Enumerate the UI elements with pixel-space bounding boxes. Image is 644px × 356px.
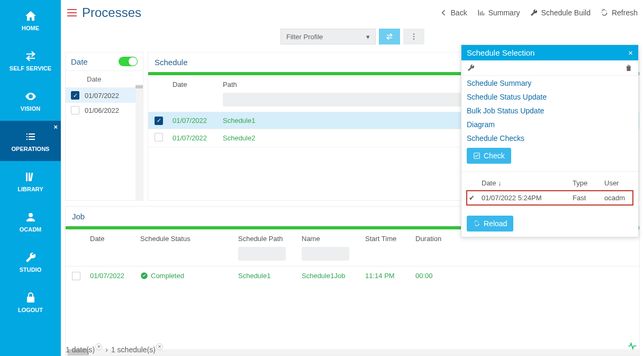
column-header: Date xyxy=(66,70,143,88)
schedule-build-button[interactable]: Schedule Build xyxy=(530,8,591,17)
date-cell[interactable]: 01/07/2022 xyxy=(90,272,140,280)
sidebar-item-studio[interactable]: STUDIO xyxy=(0,242,61,282)
link-schedule-checks[interactable]: Schedule Checks xyxy=(467,134,633,143)
sidebar-item-vision[interactable]: VISION xyxy=(0,81,61,121)
trash-icon[interactable] xyxy=(624,64,633,72)
filter-loop-button[interactable] xyxy=(379,29,400,44)
column-header[interactable]: Date xyxy=(173,81,223,88)
sidebar-item-logout[interactable]: LOGOUT xyxy=(0,282,61,322)
column-header[interactable]: Name xyxy=(302,235,365,243)
page-title: Processes xyxy=(82,5,439,20)
sidebar-item-label: SELF SERVICE xyxy=(10,65,51,72)
chevron-down-icon: ▾ xyxy=(366,33,370,41)
sidebar-item-label: OCADM xyxy=(20,226,42,233)
sidebar-item-label: LIBRARY xyxy=(17,186,43,192)
back-button[interactable]: Back xyxy=(439,8,467,17)
lock-icon xyxy=(24,291,37,304)
date-cell[interactable]: 01/07/2022 xyxy=(173,134,223,142)
date-cell: 01/07/2022 5:24PM xyxy=(482,194,573,202)
breadcrumb-schedules[interactable]: 1 schedule(s)× xyxy=(111,345,163,354)
button-label: Summary xyxy=(488,8,520,17)
date-cell[interactable]: 01/07/2022 xyxy=(173,117,223,124)
summary-button[interactable]: Summary xyxy=(477,8,520,17)
check-result-row[interactable]: ✔ 01/07/2022 5:24PM Fast ocadm xyxy=(467,191,633,205)
duration-cell: 00:00 xyxy=(415,272,460,280)
button-label: Back xyxy=(451,8,467,17)
list-icon xyxy=(24,130,37,143)
link-diagram[interactable]: Diagram xyxy=(467,120,633,129)
refresh-icon xyxy=(473,220,480,227)
panel-header[interactable]: Schedule Selection × xyxy=(461,45,638,60)
sidebar-item-label: VISION xyxy=(21,105,40,112)
topbar: Processes Back Summary Schedule Build Re… xyxy=(61,0,644,25)
type-cell: Fast xyxy=(573,194,604,202)
column-header[interactable]: Schedule Status xyxy=(140,235,238,243)
chart-icon xyxy=(477,8,485,17)
sidebar-item-label: HOME xyxy=(22,25,39,31)
sidebar-item-self-service[interactable]: SELF SERVICE xyxy=(0,40,61,81)
check-button[interactable]: Check xyxy=(467,148,511,164)
checkbox[interactable] xyxy=(71,106,79,114)
user-cell: ocadm xyxy=(604,194,631,202)
menu-toggle-icon[interactable] xyxy=(67,9,77,16)
button-label: Schedule Build xyxy=(541,8,591,17)
date-row[interactable]: 01/06/2022 xyxy=(66,103,143,118)
checkbox[interactable] xyxy=(72,272,80,280)
column-header[interactable]: Type xyxy=(573,179,604,187)
filter-more-button[interactable] xyxy=(403,29,424,44)
column-header[interactable]: Start Time xyxy=(365,235,415,243)
checkbox[interactable] xyxy=(155,133,163,141)
books-icon xyxy=(24,171,37,183)
date-panel: Date Date ✓ 01/07/2022 01/06/2022 xyxy=(65,52,143,201)
heartbeat-icon[interactable] xyxy=(627,341,638,353)
checkbox[interactable]: ✓ xyxy=(71,91,79,100)
panel-title: Date xyxy=(71,57,88,66)
filter-profile-select[interactable]: Filter Profile ▾ xyxy=(280,29,376,44)
sidebar-item-label: LOGOUT xyxy=(18,307,43,313)
column-filter-input[interactable] xyxy=(302,247,349,261)
column-header[interactable]: Date xyxy=(482,179,496,187)
svg-point-1 xyxy=(413,36,415,38)
column-header[interactable]: Duration xyxy=(415,235,460,243)
sidebar-item-library[interactable]: LIBRARY xyxy=(0,161,61,201)
remove-icon[interactable]: × xyxy=(95,343,102,350)
remove-icon[interactable]: × xyxy=(156,343,163,350)
button-label: Reload xyxy=(484,219,507,228)
check-circle-icon xyxy=(140,272,148,280)
sidebar-item-label: OPERATIONS xyxy=(12,146,50,152)
check-icon xyxy=(473,152,480,159)
sidebar-item-home[interactable]: HOME xyxy=(0,0,61,40)
sidebar-item-user[interactable]: OCADM xyxy=(0,201,61,242)
column-filter-input[interactable] xyxy=(238,247,286,261)
name-cell[interactable]: Schedule1Job xyxy=(302,272,365,280)
wrench-icon xyxy=(24,251,37,264)
sidebar-item-label: STUDIO xyxy=(20,266,42,273)
close-icon[interactable]: × xyxy=(53,123,58,131)
breadcrumb-dates[interactable]: 1 date(s)× xyxy=(66,345,102,354)
wrench-small-icon xyxy=(530,8,538,17)
link-status-update[interactable]: Schedule Status Update xyxy=(467,93,633,101)
scrollbar[interactable] xyxy=(135,84,143,200)
arrow-left-icon xyxy=(439,8,448,17)
sidebar: HOME SELF SERVICE VISION × OPERATIONS LI… xyxy=(0,0,61,356)
sidebar-item-operations[interactable]: × OPERATIONS xyxy=(0,121,61,161)
home-icon xyxy=(24,10,37,22)
refresh-icon xyxy=(600,8,609,17)
link-bulk-update[interactable]: Bulk Job Status Update xyxy=(467,106,633,115)
date-toggle[interactable] xyxy=(119,57,138,66)
panel-title: Schedule Selection xyxy=(467,48,534,57)
date-row[interactable]: ✓ 01/07/2022 xyxy=(66,88,143,103)
refresh-button[interactable]: Refresh xyxy=(600,8,638,17)
checkbox[interactable]: ✓ xyxy=(155,117,163,125)
job-row[interactable]: 01/07/2022 Completed Schedule1 Schedule1… xyxy=(66,266,639,287)
reload-button[interactable]: Reload xyxy=(467,216,513,232)
path-cell[interactable]: Schedule1 xyxy=(238,272,302,280)
close-icon[interactable]: × xyxy=(628,48,633,57)
link-schedule-summary[interactable]: Schedule Summary xyxy=(467,79,633,87)
sort-icon[interactable]: ↓ xyxy=(498,179,502,187)
select-placeholder: Filter Profile xyxy=(286,33,323,41)
column-header[interactable]: Schedule Path xyxy=(238,235,302,243)
column-header[interactable]: User xyxy=(604,179,631,187)
wrench-icon[interactable] xyxy=(467,64,475,72)
column-header[interactable]: Date xyxy=(90,235,140,243)
